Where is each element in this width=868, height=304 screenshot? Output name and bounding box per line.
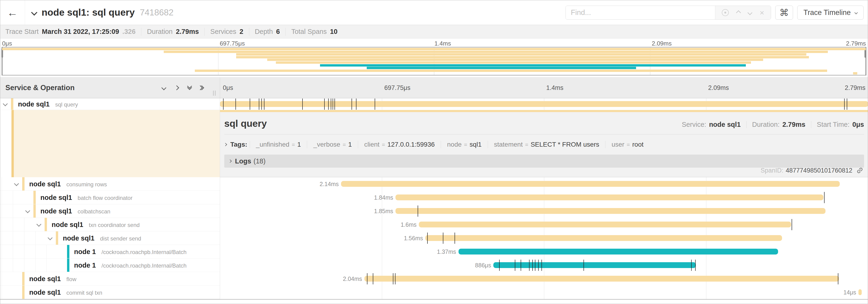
span-expand-chevron-icon[interactable] [3, 101, 8, 106]
column-resize-grip[interactable] [213, 91, 216, 96]
span-row-tree-cell[interactable]: node sql1colbatchscan [0, 204, 220, 218]
span-row[interactable]: node 1/cockroach.roachpb.Internal/Batch1… [0, 245, 868, 259]
locate-icon[interactable] [722, 9, 729, 16]
span-bar[interactable] [396, 208, 825, 214]
prev-result-icon[interactable] [736, 10, 741, 15]
view-selector-button[interactable]: Trace Timeline [797, 6, 864, 20]
minimap-span-bar [164, 50, 828, 53]
spanid-label: SpanID: [761, 167, 783, 174]
span-color-stripe [11, 110, 14, 177]
span-row-timeline-cell[interactable]: 14μs [220, 285, 868, 299]
tag-pill: user=root [605, 141, 650, 148]
tag-equals: = [343, 141, 346, 148]
service-name: node sql1 [52, 221, 83, 228]
expand-all-icon[interactable] [200, 86, 204, 90]
span-bar[interactable] [220, 101, 868, 107]
span-row-tree-cell[interactable]: node sql1commit sql txn [0, 285, 220, 299]
span-row[interactable]: node 1/cockroach.roachpb.Internal/Batch8… [0, 259, 868, 272]
span-row-timeline-cell[interactable] [220, 98, 868, 110]
span-row[interactable]: node sql1flow2.04ms [0, 272, 868, 285]
log-marker-tick [324, 99, 325, 110]
span-bar[interactable] [364, 276, 839, 281]
keyboard-shortcuts-button[interactable]: ⌘ [775, 6, 793, 20]
span-row-tree-cell[interactable]: node sql1flow [0, 272, 220, 285]
log-marker-tick [529, 260, 530, 271]
minimap-canvas[interactable] [2, 47, 866, 75]
span-row[interactable]: node sql1commit sql txn14μs [0, 285, 868, 299]
summary-item: Total Spans10 [291, 28, 338, 35]
summary-value: 2.79ms [176, 28, 199, 35]
span-bar[interactable] [425, 235, 782, 241]
next-result-icon[interactable] [747, 10, 752, 15]
span-row[interactable]: node sql1txn coordinator send1.6ms [0, 218, 868, 231]
span-bar[interactable] [341, 181, 840, 187]
range-scrubber-right[interactable] [865, 47, 866, 75]
span-row[interactable]: node sql1colbatchscan1.85ms [0, 204, 868, 218]
span-bar[interactable] [459, 249, 778, 255]
span-row-tree-cell[interactable]: node 1/cockroach.roachpb.Internal/Batch [0, 245, 220, 259]
span-row-timeline-cell[interactable]: 2.04ms [220, 272, 868, 285]
ruler-label: 2.79ms [845, 84, 865, 92]
range-scrubber-left[interactable] [2, 47, 3, 75]
operation-name: sql query [55, 101, 78, 108]
back-arrow-icon: ← [7, 6, 18, 19]
span-row-timeline-cell[interactable]: 1.37ms [220, 245, 868, 259]
tag-key: user [612, 141, 624, 148]
span-expand-chevron-icon[interactable] [48, 235, 53, 240]
collapse-all-icon[interactable] [188, 87, 191, 89]
span-row-tree-cell[interactable]: node sql1batch flow coordinator [0, 191, 220, 204]
span-row-timeline-cell[interactable]: 1.84ms [220, 191, 868, 204]
tags-row[interactable]: Tags: _unfinished=1_verbose=1client=127.… [224, 139, 864, 150]
span-bar[interactable] [493, 262, 695, 268]
log-marker-tick [584, 260, 584, 271]
span-duration-label: 2.14ms [319, 181, 339, 188]
span-row[interactable]: node sql1sql query [0, 98, 868, 110]
service-name: node sql1 [63, 234, 94, 242]
span-color-accent [44, 218, 47, 231]
span-row-tree-cell[interactable]: node sql1consuming rows [0, 177, 220, 191]
find-input[interactable] [566, 6, 715, 20]
service-name: node sql1 [40, 194, 72, 201]
service-name: node 1 [74, 248, 96, 256]
service-name: node sql1 [29, 289, 61, 296]
span-row-tree-cell[interactable]: node sql1sql query [0, 98, 220, 110]
span-duration-label: 1.37ms [437, 248, 456, 255]
span-row-tree-cell[interactable]: node 1/cockroach.roachpb.Internal/Batch [0, 259, 220, 272]
log-marker-tick [331, 99, 331, 110]
span-color-accent [67, 259, 69, 272]
span-row-timeline-cell[interactable]: 1.85ms [220, 204, 868, 218]
log-marker-tick [792, 219, 792, 230]
span-bar[interactable] [419, 222, 791, 228]
expand-one-icon[interactable] [174, 85, 179, 90]
log-marker-tick [824, 192, 825, 203]
span-bar[interactable] [396, 195, 824, 200]
column-divider[interactable] [220, 98, 220, 299]
span-row-timeline-cell[interactable]: 886μs [220, 259, 868, 272]
span-expand-chevron-icon[interactable] [36, 222, 41, 227]
clear-search-icon[interactable]: × [760, 9, 764, 16]
log-marker-tick [375, 99, 375, 110]
link-icon[interactable] [855, 165, 865, 176]
span-row-timeline-cell[interactable]: 1.56ms [220, 231, 868, 245]
span-row[interactable]: node sql1consuming rows2.14ms [0, 177, 868, 191]
operation-name: dist sender send [100, 235, 141, 242]
logs-row[interactable]: Logs (18) [224, 155, 864, 168]
timeline-ruler: 0μs 697.75μs 1.4ms 2.09ms 2.79ms [220, 77, 868, 98]
span-expand-chevron-icon[interactable] [14, 181, 19, 186]
span-bar[interactable] [859, 289, 862, 295]
span-row-tree-cell[interactable]: node sql1dist sender send [0, 231, 220, 245]
span-row-tree-cell[interactable]: node sql1txn coordinator send [0, 218, 220, 231]
span-row[interactable]: node sql1dist sender send1.56ms [0, 231, 868, 245]
span-row-timeline-cell[interactable]: 1.6ms [220, 218, 868, 231]
collapse-one-icon[interactable] [161, 85, 166, 90]
indent-guide [13, 204, 13, 217]
span-expand-chevron-icon[interactable] [25, 208, 30, 213]
log-marker-tick [236, 99, 236, 110]
span-row[interactable]: node sql1batch flow coordinator1.84ms [0, 191, 868, 204]
collapse-trace-chevron-icon[interactable] [31, 9, 37, 15]
log-marker-tick [691, 260, 692, 271]
spanid-value: 4877749850101760812 [786, 167, 852, 174]
span-row-timeline-cell[interactable]: 2.14ms [220, 177, 868, 191]
back-button[interactable]: ← [0, 0, 25, 25]
indent-guide [46, 259, 47, 272]
